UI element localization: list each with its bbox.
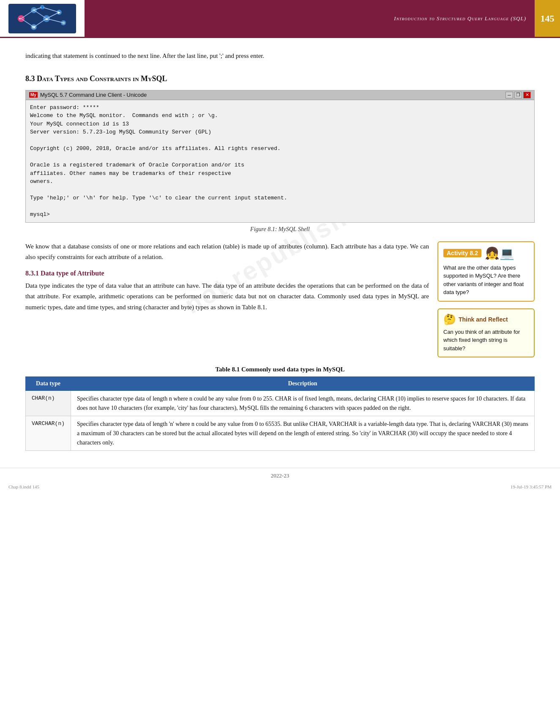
think-reflect-box: 🤔 Think and Reflect Can you think of an … (437, 308, 535, 358)
think-reflect-title: Think and Reflect (459, 316, 508, 323)
cell-datatype: CHAR(n) (26, 391, 71, 416)
cell-description: Specifies character type data of length … (71, 416, 535, 451)
table-8-1: Data type Description CHAR(n)Specifies c… (25, 376, 535, 451)
activity-8-2-box: Activity 8.2 👧💻 What are the other data … (437, 241, 535, 302)
cell-datatype: VARCHAR(n) (26, 416, 71, 451)
table-header-row: Data type Description (26, 377, 535, 391)
footer: 2022-23 (0, 468, 560, 483)
mysql-shell-controls: ─ ❐ ✕ (505, 92, 531, 98)
col-header-description: Description (71, 377, 535, 391)
think-reflect-icon: 🤔 (443, 314, 456, 325)
think-reflect-header: 🤔 Think and Reflect (443, 314, 529, 325)
svg-text:👤: 👤 (41, 5, 44, 9)
footer-year: 2022-23 (271, 472, 289, 479)
table-8-1-title: Table 8.1 Commonly used data types in My… (25, 366, 535, 373)
svg-text:☎: ☎ (32, 25, 36, 29)
svg-text:▶: ▶ (58, 11, 61, 14)
figure-caption: Figure 8.1: MySQL Shell (25, 226, 535, 233)
mysql-shell-body: Enter password: ***** Welcome to the MyS… (26, 100, 534, 222)
mysql-shell-title-left: My MySQL 5.7 Command Line Client - Unico… (29, 92, 147, 98)
table-header: Data type Description (26, 377, 535, 391)
svg-text:✉: ✉ (33, 8, 36, 12)
page-number: 145 (535, 0, 560, 37)
header-title-area: Introduction to Structured Query Languag… (85, 0, 535, 37)
minimize-button[interactable]: ─ (505, 92, 513, 98)
col-header-datatype: Data type (26, 377, 71, 391)
table-row: CHAR(n)Specifies character type data of … (26, 391, 535, 416)
intro-paragraph: indicating that statement is continued t… (25, 51, 535, 62)
svg-text:♥: ♥ (19, 17, 21, 21)
page-meta: Chap 8.indd 145 19-Jul-19 3:45:57 PM (0, 483, 560, 491)
think-reflect-text: Can you think of an attribute for which … (443, 328, 529, 353)
section-8-3-main-text: We know that a database consists of one … (25, 241, 429, 263)
mysql-logo: My (29, 92, 38, 98)
activity-title: Activity 8.2 (443, 249, 481, 257)
section-8-3-heading: 8.3 Data Types and Constraints in MySQL (25, 74, 535, 83)
logo-svg: ♥ ✉ ☁ ☎ ▶ ⚙ 👤 (8, 4, 76, 33)
sub-section-8-3-1-heading: 8.3.1 Data type of Attribute (25, 270, 429, 277)
page-meta-right: 19-Jul-19 3:45:57 PM (511, 484, 552, 489)
sidebar-column: Activity 8.2 👧💻 What are the other data … (437, 241, 535, 358)
mysql-shell-box: My MySQL 5.7 Command Line Client - Unico… (25, 90, 535, 223)
cell-description: Specifies character type data of length … (71, 391, 535, 416)
header-title: Introduction to Structured Query Languag… (394, 15, 535, 22)
close-button[interactable]: ✕ (523, 92, 531, 98)
sub-section-8-3-1-text: Data type indicates the type of data val… (25, 281, 429, 313)
restore-button[interactable]: ❐ (514, 92, 522, 98)
activity-text: What are the other data types supported … (443, 264, 529, 297)
main-content: not republished indicating that statemen… (0, 38, 560, 468)
header-logo: ♥ ✉ ☁ ☎ ▶ ⚙ 👤 (0, 0, 85, 37)
mysql-shell-title: MySQL 5.7 Command Line Client - Unicode (40, 92, 147, 98)
page-header: ♥ ✉ ☁ ☎ ▶ ⚙ 👤 Introduction to Structured… (0, 0, 560, 38)
table-row: VARCHAR(n)Specifies character type data … (26, 416, 535, 451)
page-meta-left: Chap 8.indd 145 (8, 484, 39, 489)
main-column: We know that a database consists of one … (25, 241, 429, 358)
activity-girl-icon: 👧💻 (485, 246, 514, 260)
activity-header: Activity 8.2 👧💻 (443, 246, 529, 260)
svg-text:⚙: ⚙ (62, 21, 65, 25)
mysql-shell-titlebar: My MySQL 5.7 Command Line Client - Unico… (26, 90, 534, 100)
two-col-layout: We know that a database consists of one … (25, 241, 535, 358)
svg-text:☁: ☁ (45, 17, 48, 21)
table-body: CHAR(n)Specifies character type data of … (26, 391, 535, 451)
